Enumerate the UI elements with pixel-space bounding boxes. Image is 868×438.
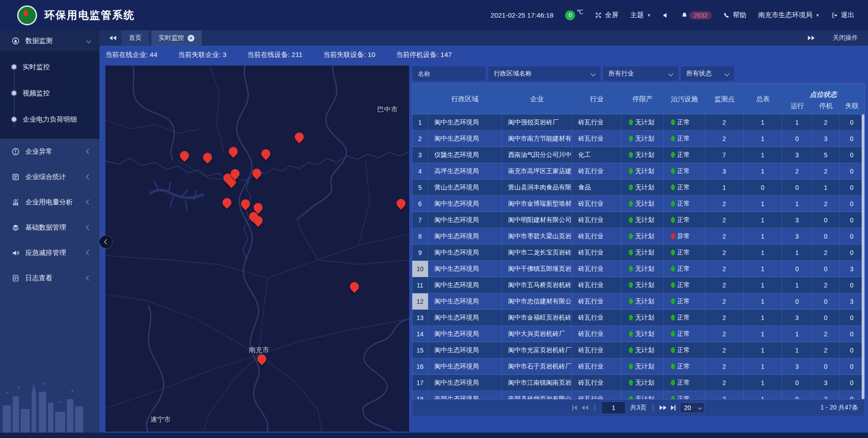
table-row[interactable]: 15阆中生态环境局阆中市光富页岩机砖厂砖瓦行业无计划正常21120 — [412, 342, 864, 358]
city-skyline-decoration — [0, 374, 99, 433]
tabs: 首页实时监控× — [122, 30, 202, 46]
help-button[interactable]: 帮助 — [723, 11, 746, 19]
table-row[interactable]: 13阆中生态环境局阆中市金福旺页岩机砖砖瓦行业无计划正常21300 — [412, 310, 864, 326]
col-group-point-status: 点位状态 — [782, 84, 864, 100]
org-dropdown[interactable]: 南充市生态环境局 ▼ — [758, 11, 820, 19]
status-dot-green-icon — [629, 266, 633, 272]
chevron-down-icon — [590, 71, 595, 76]
table-row[interactable]: 11阆中生态环境局阆中市五马桥页岩机砖砖瓦行业无计划正常21120 — [412, 277, 864, 293]
tab-home[interactable]: 首页 — [122, 30, 149, 46]
log-icon — [12, 274, 19, 282]
table-row[interactable]: 1阆中生态环境局阆中强锐页岩砖厂砖瓦行业无计划正常21120 — [412, 114, 864, 131]
chevron-down-icon — [668, 71, 673, 76]
bell-icon — [681, 12, 688, 19]
mute-button[interactable] — [663, 12, 669, 19]
fullscreen-button[interactable]: 全屏 — [595, 11, 618, 19]
tab-realtime-monitor[interactable]: 实时监控× — [151, 30, 202, 46]
sidebar-menu: 数据监测实时监控视频监控企业电力负荷明细企业异常企业综合统计企业用电量分析基础数… — [0, 30, 99, 291]
status-dot-green-icon — [671, 298, 675, 304]
sidebar-item-data-monitoring[interactable]: 数据监测 — [0, 30, 99, 51]
table-row[interactable]: 6阆中生态环境局阆中市金博瑞新型墙材砖瓦行业无计划正常21120 — [412, 196, 864, 212]
sidebar-item-log-view[interactable]: 日志查看 — [0, 265, 99, 291]
scroll-tabs-right-icon[interactable] — [808, 36, 815, 40]
col-disconnected: 失联 — [840, 100, 864, 114]
col-company: 企业 — [502, 84, 572, 114]
table-scrollbar[interactable] — [862, 114, 864, 399]
sidebar-item-video-monitor[interactable]: 视频监控 — [0, 80, 99, 106]
bullet-dot-icon — [12, 117, 16, 122]
caret-down-icon: ▼ — [816, 13, 820, 18]
status-dot-green-icon — [671, 347, 675, 353]
table-row[interactable]: 14阆中生态环境局阆中大兴页岩机砖厂砖瓦行业无计划正常21120 — [412, 326, 864, 342]
last-page-button[interactable] — [671, 405, 675, 410]
table-row[interactable]: 3仪陇生态环境局西南油气田分公司川中化工无计划正常71350 — [412, 147, 864, 163]
table-row[interactable]: 7阆中生态环境局阆中明阳建材有限公司砖瓦行业无计划正常21300 — [412, 212, 864, 228]
app-logo-icon — [17, 5, 37, 25]
chevron-left-icon — [86, 199, 91, 204]
name-search-input[interactable] — [412, 66, 486, 81]
app-header: 环保用电监管系统 2021-02-25 17:46:18 0 ℃ 全屏 主题 ▼… — [0, 0, 868, 30]
status-dot-green-icon — [671, 168, 675, 174]
status-dot-green-icon — [671, 380, 675, 386]
table-row[interactable]: 18南部生态环境局南部县砖华页岩有限公砖瓦行业无计划正常21020 — [412, 391, 864, 399]
sidebar-item-emergency-reduction[interactable]: 应急减排管理 — [0, 240, 99, 265]
sidebar: 数据监测实时监控视频监控企业电力负荷明细企业异常企业综合统计企业用电量分析基础数… — [0, 30, 99, 438]
status-dot-green-icon — [671, 363, 675, 369]
status-dot-green-icon — [671, 136, 675, 141]
table-row[interactable]: 8阆中生态环境局阆中市枣碧大梁山页岩砖瓦行业无计划异常21300 — [412, 228, 864, 245]
page-number-input[interactable] — [601, 401, 626, 414]
status-dot-green-icon — [629, 217, 633, 223]
map-panel[interactable]: 巴中市南充市遂宁市 — [105, 66, 409, 432]
theme-dropdown[interactable]: 主题 ▼ — [630, 11, 651, 19]
temperature: 0 ℃ — [565, 10, 583, 20]
table-row[interactable]: 16阆中生态环境局阆中市石子页岩机砖厂砖瓦行业无计划正常21300 — [412, 358, 864, 375]
stats-bar: 当前在线企业: 44当前失联企业: 3当前在线设备: 211当前失联设备: 10… — [105, 51, 452, 59]
chevron-left-icon — [86, 275, 91, 280]
status-dot-green-icon — [671, 119, 675, 125]
table-row[interactable]: 9阆中生态环境局阆中市二龙长宝页岩砖砖瓦行业无计划正常21120 — [412, 245, 864, 261]
status-dot-green-icon — [671, 184, 675, 190]
logout-button[interactable]: 退出 — [831, 11, 854, 19]
table-row[interactable]: 10阆中生态环境局阆中千佛镇五郎垭页岩砖瓦行业无计划正常21003 — [412, 261, 864, 277]
sidebar-item-power-load-detail[interactable]: 企业电力负荷明细 — [0, 106, 99, 132]
sidebar-item-enterprise-statistics[interactable]: 企业综合统计 — [0, 164, 99, 189]
status-dot-green-icon — [629, 233, 633, 239]
status-dot-green-icon — [629, 380, 633, 386]
status-dot-green-icon — [629, 315, 633, 320]
close-tab-icon[interactable]: × — [188, 35, 194, 42]
status-select[interactable]: 所有状态 — [681, 66, 734, 81]
table-row[interactable]: 5营山生态环境局营山县润丰肉食品有限食品无计划正常10010 — [412, 179, 864, 196]
collapse-panel-button[interactable] — [99, 235, 112, 248]
sidebar-item-base-data-management[interactable]: 基础数据管理 — [0, 215, 99, 240]
chevron-left-icon — [104, 239, 109, 244]
status-dot-green-icon — [671, 282, 675, 288]
table-body: 1阆中生态环境局阆中强锐页岩砖厂砖瓦行业无计划正常211202阆中生态环境局阆中… — [412, 114, 864, 399]
map-city-label: 巴中市 — [377, 105, 398, 114]
col-facility: 治污设施 — [664, 84, 705, 114]
sidebar-item-power-usage-analysis[interactable]: 企业用电量分析 — [0, 189, 99, 215]
prev-page-button[interactable] — [581, 405, 588, 410]
industry-select[interactable]: 所有行业 — [603, 66, 678, 81]
gauge-icon — [12, 37, 19, 45]
filter-bar: 行政区域名称 所有行业 所有状态 — [412, 66, 864, 81]
table-row[interactable]: 4高坪生态环境局南充市高坪区王家店建砖瓦行业无计划正常31220 — [412, 163, 864, 179]
scroll-tabs-left-icon[interactable] — [109, 36, 116, 40]
next-page-button[interactable] — [660, 405, 666, 410]
page-size-select[interactable]: 20 — [680, 402, 704, 413]
close-operations-dropdown[interactable]: 关闭操作 — [833, 34, 858, 42]
table-row[interactable]: 2阆中生态环境局阆中市南方节能建材有砖瓦行业无计划正常21030 — [412, 131, 864, 147]
logout-icon — [831, 12, 838, 19]
table-row[interactable]: 17阆中生态环境局阆中市江南镇阆南页岩砖瓦行业无计划正常21030 — [412, 375, 864, 391]
status-dot-green-icon — [671, 250, 675, 255]
first-page-button[interactable] — [572, 405, 577, 410]
sidebar-item-realtime-monitor[interactable]: 实时监控 — [0, 54, 99, 80]
region-select[interactable]: 行政区域名称 — [488, 66, 600, 81]
status-dot-green-icon — [629, 152, 633, 158]
sidebar-item-enterprise-abnormal[interactable]: 企业异常 — [0, 139, 99, 164]
table-row[interactable]: 12阆中生态环境局阆中市忠信建材有限公砖瓦行业无计划正常21003 — [412, 293, 864, 310]
right-panel: 行政区域名称 所有行业 所有状态 行政区域 企业 行业 停限产 治污设施 监测点… — [412, 66, 864, 416]
status-dot-green-icon — [671, 315, 675, 320]
notifications[interactable]: 2632 — [681, 11, 712, 19]
chart-icon — [12, 198, 19, 206]
stat-item: 当前在线设备: 211 — [247, 51, 302, 59]
